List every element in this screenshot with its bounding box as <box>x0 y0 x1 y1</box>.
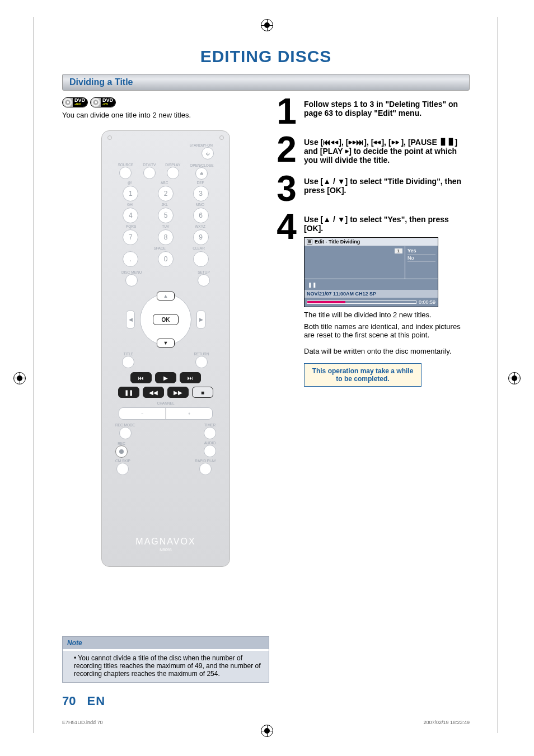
keypad-dot: . <box>123 251 138 267</box>
dtvtv-label: DTV/TV <box>143 163 156 167</box>
timer-button <box>204 427 216 439</box>
audio-label: AUDIO <box>204 441 216 445</box>
osd-time: 0:00:59 <box>419 299 435 305</box>
nav-right-button: ▶ <box>196 311 205 328</box>
keypad-8: 8 <box>158 229 174 245</box>
remote-control-illustration: STANDBY-ON ⏻ SOURCE DTV/TV DISPLAY OPEN/… <box>101 130 230 567</box>
keypad-3: 3 <box>193 186 209 201</box>
list-icon: ☰ <box>307 239 312 245</box>
footer-right: 2007/02/19 18:23:49 <box>423 720 470 725</box>
disc-badge-label: DVD <box>102 98 113 102</box>
page-number: 70 EN <box>62 694 105 708</box>
audio-button <box>204 445 216 457</box>
channel-up-icon: + <box>166 408 212 419</box>
step-4: 4 Use [▲ / ▼] to select "Yes", then pres… <box>275 213 470 387</box>
step-text: Follow steps 1 to 3 in "Deleting Titles"… <box>304 100 458 118</box>
brand-label: MAGNAVOX NB093 <box>102 537 229 552</box>
wait-message-box: This operation may take a while to be co… <box>304 363 421 387</box>
step-number: 3 <box>275 175 298 203</box>
stop-button: ■ <box>192 387 213 398</box>
keypad-2: 2 <box>158 186 174 201</box>
page-lang: EN <box>87 694 106 708</box>
osd-dialog: ☰ Edit - Title Dividing 1 Yes No <box>304 237 438 307</box>
intro-text: You can divide one title into 2 new titl… <box>62 111 269 119</box>
osd-preview: 1 <box>305 246 405 279</box>
channel-down-icon: − <box>119 408 166 419</box>
nav-left-button: ◀ <box>126 311 135 328</box>
nav-pad: ▲ OK ▼ ◀ ▶ <box>102 292 229 348</box>
step-text: Use [▲ / ▼] to select "Yes", then press … <box>304 215 449 233</box>
step-1: 1 Follow steps 1 to 3 in "Deleting Title… <box>275 97 470 125</box>
rec-button <box>115 445 128 458</box>
model-number: NB093 <box>102 548 229 552</box>
keypad-4: 4 <box>123 208 138 223</box>
keypad-0: 0 <box>158 251 174 267</box>
pause-button: ❚❚ <box>118 387 139 398</box>
timer-label: TIMER <box>204 423 216 427</box>
display-button <box>167 167 179 179</box>
rapid-play-label: RAPID PLAY <box>195 459 216 463</box>
skip-next-button: ⏭ <box>180 372 201 383</box>
note-header: Note <box>63 637 269 651</box>
section-header: Dividing a Title <box>62 74 470 91</box>
step-text: Use [▲ / ▼] to select "Title Dividing", … <box>304 177 461 195</box>
keypad-9: 9 <box>193 229 209 245</box>
osd-info-line: NOV/21/07 11:00AM CH12 SP <box>305 290 438 298</box>
keypad-6: 6 <box>193 208 209 223</box>
source-button <box>119 167 132 179</box>
pause-icon: ❚❚ <box>308 282 317 288</box>
setup-label: SETUP <box>198 270 210 274</box>
page-title: EDITING DISCS <box>34 47 498 66</box>
open-close-label: OPEN/CLOSE <box>190 163 213 167</box>
title-button <box>122 356 134 368</box>
ok-button: OK <box>153 314 179 325</box>
setup-button <box>198 274 210 287</box>
disc-badge-label: DVD <box>74 98 85 102</box>
brand-name: MAGNAVOX <box>102 537 229 547</box>
title-label: TITLE <box>122 352 134 356</box>
step-note-2: Both title names are identical, and inde… <box>304 322 470 339</box>
channel-label: CHANNEL <box>102 401 229 405</box>
cm-skip-button <box>116 463 129 475</box>
disc-icon <box>91 98 101 107</box>
step-3: 3 Use [▲ / ▼] to select "Title Dividing"… <box>275 175 470 203</box>
disc-menu-button <box>125 274 138 287</box>
osd-title-text: Edit - Title Dividing <box>315 239 360 245</box>
return-label: RETURN <box>194 352 209 356</box>
play-button: ▶ <box>155 372 176 383</box>
registration-mark-icon <box>13 372 26 384</box>
channel-rocker: − + <box>119 407 213 420</box>
footer-left: E7H51UD.indd 70 <box>62 720 103 725</box>
keypad-7: 7 <box>123 229 138 245</box>
nav-down-button: ▼ <box>157 339 175 348</box>
left-column: DVD+RW DVD-RW You can divide one title i… <box>62 97 269 567</box>
rapid-play-button <box>199 463 212 475</box>
standby-label: STANDBY-ON <box>102 131 229 147</box>
disc-badges: DVD+RW DVD-RW <box>62 97 269 107</box>
nav-up-button: ▲ <box>157 292 175 300</box>
disc-badge-sub: +RW <box>74 102 85 106</box>
osd-title-bar: ☰ Edit - Title Dividing <box>305 238 438 246</box>
step-number: 1 <box>275 97 298 125</box>
page-number-value: 70 <box>62 694 76 708</box>
skip-prev-button: ⏮ <box>130 372 152 383</box>
ffwd-button: ▶▶ <box>167 387 189 398</box>
keypad-clear <box>193 251 209 267</box>
step-2: 2 Use [⏮◀◀], [▶▶⏭], [◀◀], [▶▶ ], [PAUSE … <box>275 135 470 165</box>
right-column: 1 Follow steps 1 to 3 in "Deleting Title… <box>275 97 470 567</box>
keypad-1: 1 <box>123 186 138 201</box>
source-label: SOURCE <box>118 163 133 167</box>
rec-mode-button <box>119 427 132 439</box>
step-text: Use [⏮◀◀], [▶▶⏭], [◀◀], [▶▶ ], [PAUSE ❚❚… <box>304 138 457 165</box>
disc-badge-rw-minus: DVD-RW <box>90 97 116 107</box>
osd-progress-bar <box>307 300 416 304</box>
dtvtv-button <box>143 167 156 179</box>
step-number: 4 <box>275 213 298 387</box>
disc-badge-sub: -RW <box>102 102 113 106</box>
page-frame: EDITING DISCS Dividing a Title DVD+RW DV… <box>34 17 498 733</box>
rec-mode-label: REC MODE <box>115 423 135 427</box>
standby-button: ⏻ <box>202 147 214 159</box>
step-number: 2 <box>275 135 298 165</box>
step-note-1: The title will be divided into 2 new tit… <box>304 311 470 319</box>
step-note-3: Data will be written onto the disc momen… <box>304 347 470 355</box>
